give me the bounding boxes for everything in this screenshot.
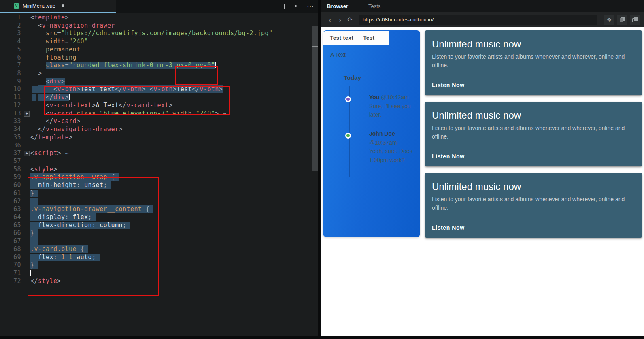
line-number: 64 [0, 213, 21, 222]
code-editor[interactable]: 1<template>2 <v-navigation-drawer3 src="… [0, 13, 318, 336]
open-in-new-window-button[interactable] [630, 15, 640, 25]
code-text: floating [30, 54, 77, 62]
line-number: 33 [0, 117, 21, 126]
line-number: 68 [0, 245, 21, 254]
code-line[interactable]: 57 [0, 158, 318, 166]
code-text: </v-navigation-drawer> [30, 126, 123, 134]
line-number: 13 [0, 110, 21, 118]
line-number: 71 [0, 269, 21, 277]
refresh-icon[interactable]: ⟳ [345, 16, 356, 23]
line-number: 34 [0, 126, 21, 134]
card-title: Unlimited music now [432, 38, 635, 50]
code-text: <div> [30, 78, 65, 86]
line-number: 37 [0, 149, 21, 158]
code-text: <style> [30, 166, 57, 174]
code-line[interactable]: 9 <div> [0, 78, 318, 86]
preview-tab-tests[interactable]: Tests [368, 3, 380, 9]
code-line[interactable]: 4 width="240" [0, 38, 318, 46]
line-number: 10 [0, 85, 21, 94]
tab-minimenu-vue[interactable]: V MiniMenu.vue [0, 0, 116, 13]
line-number: 8 [0, 70, 21, 78]
line-number: 4 [0, 38, 21, 46]
scrollbar-thumb[interactable] [312, 26, 318, 171]
browser-nav-bar: ‹ › ⟳ https://c08hr.codesandbox.io/ ❖ [321, 12, 644, 27]
modified-indicator-dot [62, 4, 64, 7]
code-line[interactable]: 34 </v-navigation-drawer> [0, 126, 318, 134]
editor-pane: V MiniMenu.vue ⋯ 1<template>2 <v-navigat… [0, 0, 318, 336]
code-line[interactable]: 3 src="https://cdn.vuetifyjs.com/images/… [0, 30, 318, 38]
line-number: 70 [0, 261, 21, 269]
card-subtitle: Listen to your favorite artists and albu… [432, 195, 635, 212]
line-number: 12 [0, 102, 21, 110]
code-line[interactable]: 33 </v-card> [0, 117, 318, 126]
card-subtitle: Listen to your favorite artists and albu… [432, 124, 635, 141]
timeline-heading: Today [344, 74, 361, 81]
code-line[interactable]: 5 permanent [0, 46, 318, 54]
line-number: 66 [0, 229, 21, 237]
preview-pane: BrowserTests ‹ › ⟳ https://c08hr.codesan… [321, 0, 644, 336]
responsive-mode-button[interactable]: ❖ [604, 15, 614, 25]
preview-tab-browser[interactable]: Browser [327, 3, 348, 9]
code-text: </v-card> [30, 117, 81, 126]
split-view-icon[interactable] [281, 4, 287, 9]
navigation-drawer: Test textTest A Text Today You @10:42amS… [323, 30, 420, 237]
fold-expand-icon[interactable]: + [24, 151, 30, 156]
listen-now-button[interactable]: Listen Now [432, 153, 465, 160]
line-number: 62 [0, 198, 21, 206]
code-text: > [30, 70, 42, 78]
forward-icon[interactable]: › [335, 16, 345, 24]
line-number: 2 [0, 22, 21, 30]
line-number: 35 [0, 134, 21, 142]
code-line[interactable]: 58<style> [0, 166, 318, 174]
timeline-card: Today You @10:42amSure, I'll see youlate… [323, 66, 420, 237]
back-icon[interactable]: ‹ [325, 16, 335, 24]
line-number: 11 [0, 94, 21, 102]
code-line[interactable]: 37+<script> ⋯ [0, 149, 318, 158]
music-cards-column: Unlimited music nowListen to your favori… [425, 30, 642, 238]
line-number: 61 [0, 190, 21, 198]
codesandbox-window: V MiniMenu.vue ⋯ 1<template>2 <v-navigat… [0, 0, 644, 339]
copy-button[interactable] [617, 15, 627, 25]
url-input[interactable]: https://c08hr.codesandbox.io/ [359, 15, 597, 25]
code-text: width="240" [30, 38, 88, 46]
card-title: Unlimited music now [432, 110, 635, 121]
code-line[interactable]: 1<template> [0, 14, 318, 22]
line-number: 3 [0, 30, 21, 38]
code-line[interactable]: 36 [0, 142, 318, 150]
code-line[interactable]: 8 > [0, 70, 318, 78]
preview-tab-bar: BrowserTests [321, 0, 644, 12]
code-line[interactable]: 2 <v-navigation-drawer [0, 22, 318, 30]
diamonds-icon: ❖ [607, 17, 612, 23]
more-options-icon[interactable]: ⋯ [307, 4, 314, 9]
line-number: 9 [0, 78, 21, 86]
line-number: 36 [0, 142, 21, 150]
code-line[interactable]: 35</template> [0, 134, 318, 142]
code-line[interactable]: 7 class="rounded flex-shrink-0 mr-3 px-0… [0, 62, 318, 70]
test-button[interactable]: Test [363, 35, 374, 41]
line-number: 7 [0, 62, 21, 70]
annotation-box-div-buttons [44, 86, 230, 115]
vue-file-icon: V [14, 3, 19, 9]
bottom-status-strip [0, 336, 644, 339]
you-dot-icon [345, 96, 351, 102]
pane-divider[interactable] [318, 0, 321, 336]
timeline-message: John Doe@10:37amYeah, sure. Does1:00pm w… [369, 130, 417, 164]
code-line[interactable]: 6 floating [0, 54, 318, 62]
drawer-card-text: A Text [330, 51, 346, 58]
line-number: 63 [0, 205, 21, 213]
selection-block [32, 86, 42, 93]
card-title: Unlimited music now [432, 181, 635, 192]
line-number: 5 [0, 46, 21, 54]
line-number: 6 [0, 54, 21, 62]
code-text: src="https://cdn.vuetifyjs.com/images/ba… [30, 30, 273, 38]
new-window-icon [632, 17, 638, 22]
test-button[interactable]: Test text [330, 35, 353, 41]
fold-expand-icon[interactable]: + [24, 111, 30, 117]
line-number: 57 [0, 158, 21, 166]
annotation-box-padding-classes [175, 66, 218, 85]
listen-now-button[interactable]: Listen Now [432, 224, 465, 231]
open-preview-icon[interactable] [294, 4, 300, 9]
listen-now-button[interactable]: Listen Now [432, 82, 465, 88]
tab-title: MiniMenu.vue [23, 3, 55, 9]
editor-scrollbar[interactable] [312, 25, 318, 336]
